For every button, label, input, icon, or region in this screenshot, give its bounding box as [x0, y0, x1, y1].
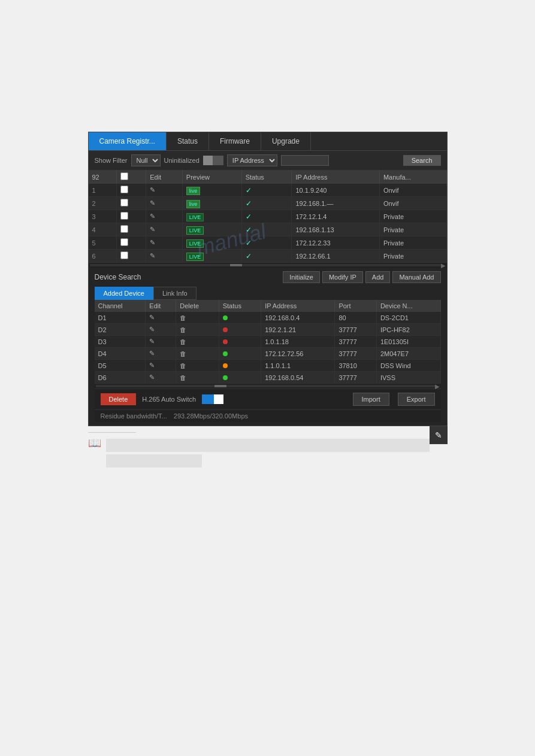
- added-delete-d3[interactable]: 🗑: [176, 336, 219, 348]
- table-row: 4 ✎ LIVE ✓ 192.168.1.13 Private: [89, 223, 447, 236]
- scroll-right-arrow[interactable]: ▶: [441, 262, 446, 269]
- uninitialized-toggle[interactable]: [203, 156, 223, 165]
- row-checkbox-5[interactable]: [120, 238, 128, 246]
- tab-firmware[interactable]: Firmware: [209, 132, 261, 150]
- row-edit-6[interactable]: ✎: [146, 250, 183, 263]
- tab-upgrade[interactable]: Upgrade: [261, 132, 311, 150]
- import-button[interactable]: Import: [353, 393, 389, 406]
- row-edit-5[interactable]: ✎: [146, 236, 183, 250]
- added-edit-d4[interactable]: ✎: [146, 348, 176, 360]
- added-ip-d6: 192.168.0.54: [261, 372, 335, 384]
- bandwidth-label: Residue bandwidth/T...: [101, 412, 167, 420]
- added-table-row: D6 ✎ 🗑 192.168.0.54 37777 IVSS: [95, 372, 441, 384]
- added-edit-d2[interactable]: ✎: [146, 324, 176, 336]
- edit-float-icon: ✎: [435, 430, 442, 440]
- table-row: 5 ✎ LIVE ✓ 172.12.2.33 Private: [89, 236, 447, 250]
- row-edit-2[interactable]: ✎: [146, 197, 183, 210]
- row-checkbox-2[interactable]: [120, 199, 128, 207]
- sub-tabs: Added Device Link Info: [95, 287, 441, 300]
- added-delete-d4[interactable]: 🗑: [176, 348, 219, 360]
- row-status-6: ✓: [241, 250, 292, 263]
- row-edit-1[interactable]: ✎: [146, 184, 183, 197]
- added-delete-d6[interactable]: 🗑: [176, 372, 219, 384]
- toggle-knob: [214, 394, 223, 404]
- row-checkbox-3[interactable]: [120, 212, 128, 220]
- row-cb-1[interactable]: [116, 184, 146, 197]
- added-device-table-section: Channel Edit Delete Status IP Address Po…: [95, 300, 441, 388]
- add-button[interactable]: Add: [365, 271, 391, 283]
- sub-tab-link-info[interactable]: Link Info: [153, 287, 197, 300]
- added-ip-d1: 192.168.0.4: [261, 312, 335, 324]
- added-edit-d6[interactable]: ✎: [146, 372, 176, 384]
- show-filter-label: Show Filter: [95, 157, 128, 164]
- added-table-row: D1 ✎ 🗑 192.168.0.4 80 DS-2CD1: [95, 312, 441, 324]
- added-ip-d5: 1.1.0.1.1: [261, 360, 335, 372]
- added-channel-d4: D4: [95, 348, 146, 360]
- row-status-5: ✓: [241, 236, 292, 250]
- col-num: 92: [89, 170, 117, 184]
- table-row: 1 ✎ live ✓ 10.1.9.240 Onvif: [89, 184, 447, 197]
- h265-toggle[interactable]: [202, 394, 223, 404]
- table-row: 2 ✎ live ✓ 192.168.1.— Onvif: [89, 197, 447, 210]
- filter-row: Show Filter Null Uninitialized IP Addres…: [89, 150, 447, 170]
- main-panel: Camera Registr... Status Firmware Upgrad…: [88, 132, 448, 426]
- modify-ip-button[interactable]: Modify IP: [322, 271, 363, 283]
- row-cb-4[interactable]: [116, 223, 146, 236]
- col-manuf: Manufa...: [379, 170, 446, 184]
- upper-table-scrollbar[interactable]: ▶: [89, 263, 447, 268]
- added-col-device: Device N...: [376, 300, 440, 312]
- row-edit-3[interactable]: ✎: [146, 210, 183, 223]
- status-dot-d6: [223, 375, 228, 380]
- row-status-1: ✓: [241, 184, 292, 197]
- added-device-d6: IVSS: [376, 372, 440, 384]
- row-checkbox-4[interactable]: [120, 225, 128, 233]
- ip-address-select[interactable]: IP Address: [227, 154, 277, 166]
- added-port-d6: 37777: [335, 372, 377, 384]
- live-badge-4: LIVE: [186, 226, 204, 235]
- tab-bar: Camera Registr... Status Firmware Upgrad…: [89, 132, 447, 150]
- row-cb-2[interactable]: [116, 197, 146, 210]
- row-cb-5[interactable]: [116, 236, 146, 250]
- sub-tab-added-device[interactable]: Added Device: [95, 287, 154, 300]
- row-preview-1: live: [182, 184, 241, 197]
- added-table-scrollbar[interactable]: ▶: [95, 384, 441, 388]
- status-dot-d4: [223, 351, 228, 356]
- export-button[interactable]: Export: [398, 393, 435, 406]
- row-preview-5: LIVE: [182, 236, 241, 250]
- added-port-d3: 37777: [335, 336, 377, 348]
- bandwidth-value: 293.28Mbps/320.00Mbps: [174, 412, 248, 420]
- row-num-3: 3: [89, 210, 117, 223]
- row-cb-3[interactable]: [116, 210, 146, 223]
- added-edit-d5[interactable]: ✎: [146, 360, 176, 372]
- device-search-header: Device Search Initialize Modify IP Add M…: [95, 271, 441, 283]
- row-manuf-5: Private: [379, 236, 446, 250]
- ip-search-input[interactable]: [281, 155, 329, 166]
- added-delete-d5[interactable]: 🗑: [176, 360, 219, 372]
- added-edit-d1[interactable]: ✎: [146, 312, 176, 324]
- manual-add-button[interactable]: Manual Add: [392, 271, 440, 283]
- search-button[interactable]: Search: [403, 155, 441, 166]
- row-checkbox-1[interactable]: [120, 186, 128, 193]
- null-select[interactable]: Null: [131, 154, 161, 166]
- row-checkbox-6[interactable]: [120, 251, 128, 259]
- delete-button[interactable]: Delete: [101, 393, 137, 405]
- added-scroll-right-arrow[interactable]: ▶: [435, 383, 440, 390]
- edit-float-button[interactable]: ✎: [430, 426, 448, 444]
- tab-status[interactable]: Status: [167, 132, 209, 150]
- added-delete-d2[interactable]: 🗑: [176, 324, 219, 336]
- col-ip: IP Address: [292, 170, 379, 184]
- bottom-row: Delete H.265 Auto Switch Import Export: [95, 388, 441, 409]
- added-edit-d3[interactable]: ✎: [146, 336, 176, 348]
- initialize-button[interactable]: Initialize: [283, 271, 320, 283]
- row-cb-6[interactable]: [116, 250, 146, 263]
- added-delete-d1[interactable]: 🗑: [176, 312, 219, 324]
- scroll-thumb: [230, 264, 242, 266]
- added-table-row: D5 ✎ 🗑 1.1.0.1.1 37810 DSS Wind: [95, 360, 441, 372]
- tab-camera-registr[interactable]: Camera Registr...: [89, 132, 167, 150]
- select-all-checkbox[interactable]: [120, 172, 128, 180]
- added-scroll-thumb: [214, 385, 226, 387]
- row-edit-4[interactable]: ✎: [146, 223, 183, 236]
- col-preview: Preview: [182, 170, 241, 184]
- upper-table-section: 92 Edit Preview Status IP Address Manufa…: [89, 170, 447, 268]
- added-channel-d6: D6: [95, 372, 146, 384]
